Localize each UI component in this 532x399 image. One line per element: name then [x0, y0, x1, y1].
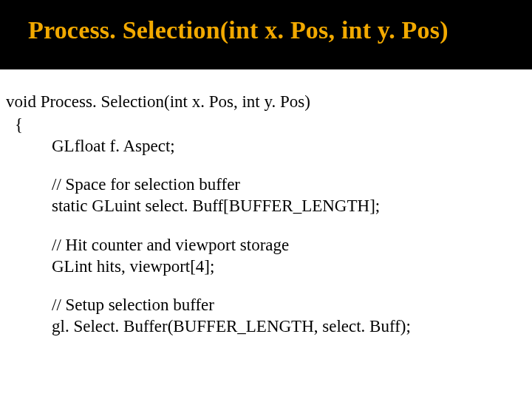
code-comment: // Hit counter and viewport storage	[6, 235, 525, 256]
code-comment: // Setup selection buffer	[6, 295, 525, 316]
code-line: static GLuint select. Buff[BUFFER_LENGTH…	[6, 196, 525, 217]
code-block: void Process. Selection(int x. Pos, int …	[0, 69, 532, 338]
title-bar: Process. Selection(int x. Pos, int y. Po…	[0, 0, 532, 69]
slide-title: Process. Selection(int x. Pos, int y. Po…	[28, 16, 532, 44]
code-signature: void Process. Selection(int x. Pos, int …	[6, 92, 525, 113]
code-comment: // Space for selection buffer	[6, 174, 525, 196]
slide: Process. Selection(int x. Pos, int y. Po…	[0, 0, 532, 399]
code-line: GLfloat f. Aspect;	[6, 136, 525, 157]
code-open-brace: {	[15, 115, 525, 136]
code-line: gl. Select. Buffer(BUFFER_LENGTH, select…	[6, 316, 525, 338]
code-line: GLint hits, viewport[4];	[6, 256, 525, 278]
